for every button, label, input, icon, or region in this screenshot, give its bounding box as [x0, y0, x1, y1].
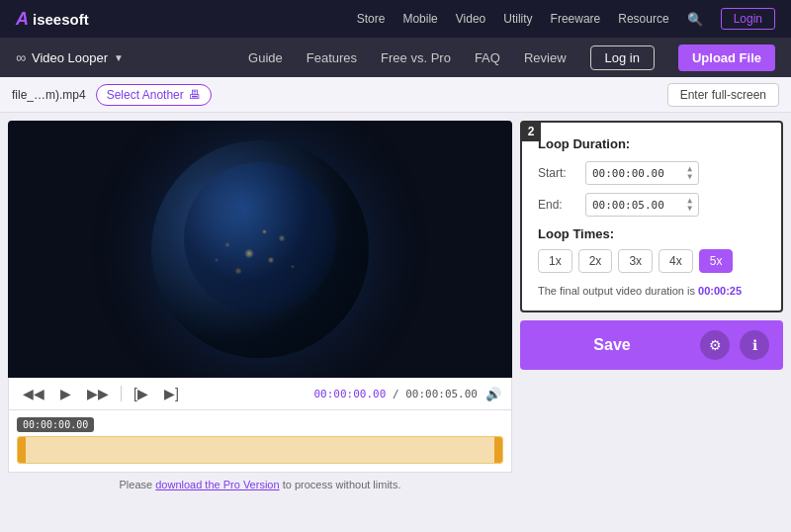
- subnav-review[interactable]: Review: [524, 50, 567, 65]
- earth-atmosphere: [151, 140, 369, 358]
- pro-notice: Please download the Pro Version to proce…: [8, 479, 512, 490]
- subnav-guide[interactable]: Guide: [248, 50, 283, 65]
- loop-times-row: 1x 2x 3x 4x 5x: [538, 249, 765, 273]
- duration-title: Loop Duration:: [538, 136, 765, 151]
- brand-logo: A iseesoft: [16, 9, 89, 30]
- output-prefix: The final output video duration is: [538, 285, 698, 297]
- earth-thumbnail: [151, 140, 369, 358]
- info-icon: ℹ: [752, 337, 757, 353]
- loop-btn-1x[interactable]: 1x: [538, 249, 572, 273]
- start-time-arrows[interactable]: ▲ ▼: [687, 165, 692, 181]
- volume-icon[interactable]: 🔊: [485, 387, 501, 401]
- subnav-free-vs-pro[interactable]: Free vs. Pro: [381, 50, 451, 65]
- skip-forward-button[interactable]: ▶▶: [83, 384, 113, 403]
- loop-icon: ∞: [16, 49, 26, 65]
- start-time-input[interactable]: 00:00:00.00 ▲ ▼: [585, 161, 699, 185]
- fullscreen-button[interactable]: Enter full-screen: [667, 83, 779, 107]
- save-panel: Save ⚙ ℹ: [520, 320, 783, 370]
- start-row: Start: 00:00:00.00 ▲ ▼: [538, 161, 765, 185]
- panel-number: 2: [521, 122, 541, 141]
- loop-btn-3x[interactable]: 3x: [618, 249, 653, 273]
- sub-login-button[interactable]: Log in: [590, 45, 655, 70]
- gear-icon: ⚙: [709, 337, 722, 353]
- end-time-value: 00:00:05.00: [592, 199, 664, 212]
- top-nav-links: Store Mobile Video Utility Freeware Reso…: [357, 8, 775, 30]
- loop-btn-2x[interactable]: 2x: [578, 249, 613, 273]
- right-panel: 2 Loop Duration: Start: 00:00:00.00 ▲ ▼ …: [520, 121, 783, 524]
- start-label: Start:: [538, 166, 577, 180]
- file-name: file_…m).mp4: [12, 88, 86, 102]
- sub-navigation: ∞ Video Looper ▼ Guide Features Free vs.…: [0, 38, 791, 77]
- monitor-icon: 🖶: [189, 88, 201, 102]
- upload-file-button[interactable]: Upload File: [678, 44, 775, 71]
- play-button[interactable]: ▶: [56, 384, 75, 403]
- start-time-value: 00:00:00.00: [592, 167, 664, 180]
- dropdown-arrow-icon[interactable]: ▼: [114, 52, 124, 63]
- top-navigation: A iseesoft Store Mobile Video Utility Fr…: [0, 0, 791, 38]
- end-label: End:: [538, 198, 577, 212]
- mark-out-button[interactable]: ▶]: [160, 384, 183, 403]
- nav-resource[interactable]: Resource: [618, 12, 668, 26]
- loop-settings-panel: 2 Loop Duration: Start: 00:00:00.00 ▲ ▼ …: [520, 121, 783, 312]
- subnav-faq[interactable]: FAQ: [475, 50, 500, 65]
- video-container[interactable]: [8, 121, 512, 378]
- video-panel: ◀◀ ▶ ▶▶ [▶ ▶] 00:00:00.00 / 00:00:05.00 …: [8, 121, 512, 524]
- timeline-track[interactable]: [17, 436, 503, 464]
- start-down-arrow[interactable]: ▼: [687, 173, 692, 181]
- end-time-arrows[interactable]: ▲ ▼: [687, 197, 692, 213]
- controls-divider: [121, 386, 122, 401]
- end-down-arrow[interactable]: ▼: [687, 205, 692, 213]
- loop-btn-5x[interactable]: 5x: [699, 249, 734, 273]
- pro-notice-text-after: to process without limits.: [280, 479, 401, 490]
- output-info: The final output video duration is 00:00…: [538, 285, 765, 297]
- tool-logo: ∞ Video Looper ▼: [16, 49, 124, 65]
- info-icon-button[interactable]: ℹ: [740, 330, 769, 360]
- time-current: 00:00:00.00: [313, 388, 386, 400]
- search-icon[interactable]: 🔍: [687, 12, 703, 27]
- end-row: End: 00:00:05.00 ▲ ▼: [538, 193, 765, 217]
- nav-utility[interactable]: Utility: [503, 12, 532, 26]
- mark-in-button[interactable]: [▶: [130, 384, 152, 403]
- skip-back-button[interactable]: ◀◀: [19, 384, 48, 403]
- end-time-input[interactable]: 00:00:05.00 ▲ ▼: [585, 193, 699, 217]
- timeline-end-handle[interactable]: [494, 437, 502, 463]
- pro-notice-text-before: Please: [120, 479, 156, 490]
- time-display: 00:00:00.00 / 00:00:05.00: [313, 388, 478, 400]
- timeline-area: 00:00:00.00: [8, 410, 512, 473]
- main-area: ◀◀ ▶ ▶▶ [▶ ▶] 00:00:00.00 / 00:00:05.00 …: [0, 113, 791, 532]
- subnav-features[interactable]: Features: [307, 50, 357, 65]
- sub-nav-links: Guide Features Free vs. Pro FAQ Review L…: [248, 44, 775, 71]
- timeline-start-handle[interactable]: [18, 437, 26, 463]
- nav-mobile[interactable]: Mobile: [402, 12, 437, 26]
- time-marker: 00:00:00.00: [17, 417, 94, 432]
- nav-video[interactable]: Video: [456, 12, 485, 26]
- loop-times-title: Loop Times:: [538, 226, 765, 241]
- time-separator: /: [393, 388, 399, 400]
- output-duration: 00:00:25: [698, 285, 742, 297]
- select-another-button[interactable]: Select Another 🖶: [96, 84, 212, 106]
- loop-btn-4x[interactable]: 4x: [659, 249, 693, 273]
- save-label: Save: [534, 336, 690, 354]
- toolbar: file_…m).mp4 Select Another 🖶 Enter full…: [0, 77, 791, 113]
- login-button[interactable]: Login: [721, 8, 775, 30]
- logo-text: iseesoft: [33, 11, 89, 28]
- nav-freeware[interactable]: Freeware: [551, 12, 601, 26]
- tool-name: Video Looper: [32, 50, 108, 65]
- settings-icon-button[interactable]: ⚙: [700, 330, 730, 360]
- nav-store[interactable]: Store: [357, 12, 386, 26]
- logo-icon: A: [16, 9, 29, 30]
- pro-version-link[interactable]: download the Pro Version: [155, 479, 279, 490]
- controls-bar: ◀◀ ▶ ▶▶ [▶ ▶] 00:00:00.00 / 00:00:05.00 …: [8, 378, 512, 410]
- select-another-label: Select Another: [107, 88, 184, 102]
- time-total: 00:00:05.00: [405, 388, 478, 400]
